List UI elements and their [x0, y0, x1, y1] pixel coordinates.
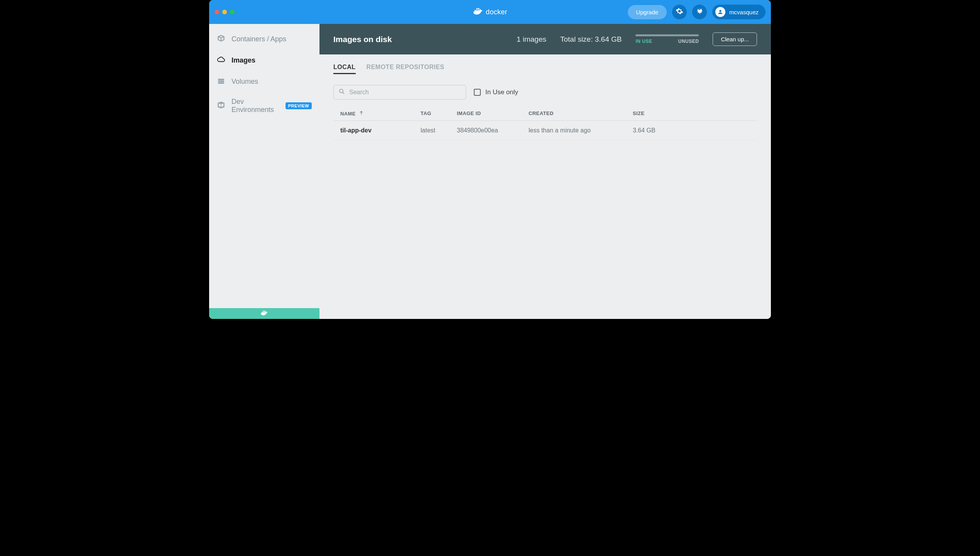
titlebar-right: Upgrade mcvasquez [628, 5, 765, 19]
settings-button[interactable] [672, 5, 687, 19]
cell-created: less than a minute ago [529, 127, 633, 134]
avatar-icon [715, 7, 725, 17]
cell-name: til-app-dev [340, 127, 421, 134]
tab-remote-repositories[interactable]: REMOTE REPOSITORIES [367, 64, 444, 74]
column-header-name[interactable]: NAME [340, 110, 421, 117]
in-use-only-toggle[interactable]: In Use only [474, 88, 518, 96]
whale-icon [473, 7, 483, 17]
gear-icon [676, 7, 683, 17]
svg-point-0 [340, 89, 343, 93]
sidebar-item-label: Containers / Apps [231, 35, 286, 43]
column-header-created[interactable]: CREATED [529, 110, 633, 117]
sort-asc-icon [359, 110, 364, 117]
sidebar-item-images[interactable]: Images [209, 50, 319, 71]
minimize-window-button[interactable] [222, 10, 227, 14]
images-count: 1 images [517, 35, 546, 44]
nav: Containers / Apps Images Volumes [209, 24, 319, 119]
docker-logo: docker [473, 7, 507, 17]
filter-row: In Use only [333, 85, 757, 100]
body: Containers / Apps Images Volumes [209, 24, 771, 319]
unused-label: UNUSED [678, 39, 699, 44]
dev-env-icon [217, 101, 225, 111]
cell-image-id: 3849800e00ea [457, 127, 529, 134]
content: LOCAL REMOTE REPOSITORIES In Use only [319, 54, 771, 319]
sidebar: Containers / Apps Images Volumes [209, 24, 319, 319]
logo-text: docker [486, 8, 507, 16]
containers-icon [217, 34, 225, 44]
sidebar-item-dev-environments[interactable]: Dev Environments PREVIEW [209, 92, 319, 119]
in-use-only-label: In Use only [485, 88, 518, 96]
user-menu[interactable]: mcvasquez [712, 5, 765, 19]
search-box[interactable] [333, 85, 466, 100]
column-label: NAME [340, 111, 356, 117]
table-row[interactable]: til-app-dev latest 3849800e00ea less tha… [333, 121, 757, 141]
sidebar-item-label: Dev Environments [231, 98, 279, 114]
sidebar-item-containers[interactable]: Containers / Apps [209, 29, 319, 50]
column-header-image-id[interactable]: IMAGE ID [457, 110, 529, 117]
checkbox-icon [474, 89, 481, 96]
search-icon [338, 88, 345, 97]
cell-size: 3.64 GB [633, 127, 750, 134]
svg-line-1 [343, 92, 344, 94]
whale-icon [260, 310, 268, 317]
images-table: NAME TAG IMAGE ID CREATED SIZE til-app-d… [333, 107, 757, 141]
sidebar-item-label: Images [231, 56, 255, 64]
bug-icon [696, 7, 703, 17]
tab-local[interactable]: LOCAL [333, 64, 356, 74]
main: Images on disk 1 images Total size: 3.64… [319, 24, 771, 319]
column-header-tag[interactable]: TAG [421, 110, 457, 117]
window-controls [215, 10, 235, 14]
maximize-window-button[interactable] [230, 10, 235, 14]
cell-tag: latest [421, 127, 457, 134]
column-header-size[interactable]: SIZE [633, 110, 750, 117]
cleanup-button[interactable]: Clean up... [713, 32, 757, 46]
disk-header: Images on disk 1 images Total size: 3.64… [319, 24, 771, 54]
close-window-button[interactable] [215, 10, 219, 14]
username-label: mcvasquez [729, 9, 759, 15]
app-window: docker Upgrade mcvasquez [209, 0, 771, 319]
table-header: NAME TAG IMAGE ID CREATED SIZE [333, 107, 757, 121]
upgrade-button[interactable]: Upgrade [628, 5, 667, 19]
tabs: LOCAL REMOTE REPOSITORIES [333, 64, 757, 74]
page-title: Images on disk [333, 35, 392, 44]
total-size: Total size: 3.64 GB [560, 35, 622, 44]
sidebar-item-volumes[interactable]: Volumes [209, 71, 319, 92]
preview-badge: PREVIEW [286, 102, 312, 109]
search-input[interactable] [345, 89, 461, 96]
sidebar-item-label: Volumes [231, 78, 258, 86]
titlebar: docker Upgrade mcvasquez [209, 0, 771, 24]
usage-bar [635, 34, 699, 36]
volumes-icon [217, 76, 225, 87]
sidebar-footer[interactable] [209, 308, 319, 319]
in-use-label: IN USE [635, 39, 652, 44]
cloud-icon [217, 55, 225, 66]
troubleshoot-button[interactable] [692, 5, 707, 19]
usage-indicator: IN USE UNUSED [635, 34, 699, 44]
